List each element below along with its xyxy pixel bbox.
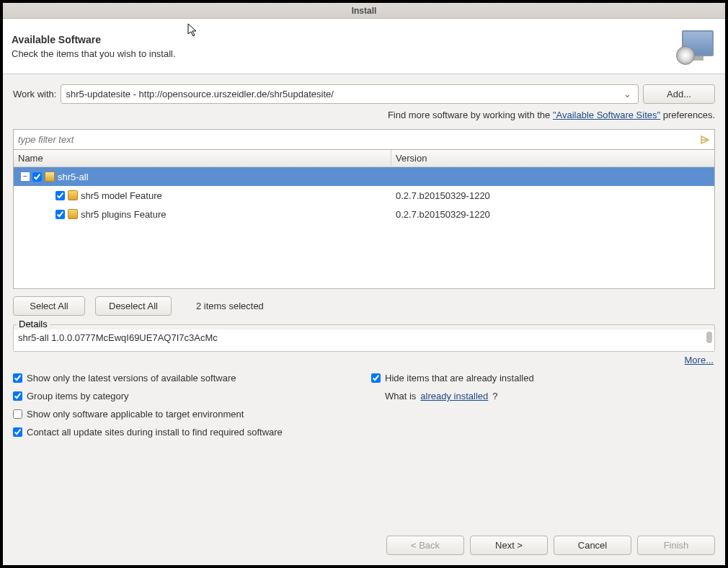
details-group: Details shr5-all 1.0.0.0777McEwqI69UE7AQ… [13, 324, 715, 352]
install-banner-icon [676, 26, 716, 66]
whatis-prefix: What is [385, 391, 416, 401]
tree-item-version: 0.2.7.b20150329-1220 [391, 190, 714, 201]
opt-latest-label: Show only the latest versions of availab… [27, 373, 236, 383]
feature-icon [68, 190, 78, 200]
tree-checkbox[interactable] [56, 210, 65, 219]
collapse-icon[interactable]: − [21, 172, 30, 181]
software-tree[interactable]: Name Version −shr5-allshr5 model Feature… [13, 149, 715, 289]
opt-hide[interactable]: Hide items that are already installed [371, 373, 715, 383]
tree-checkbox[interactable] [32, 172, 42, 182]
tree-checkbox[interactable] [56, 191, 65, 200]
add-button[interactable]: Add... [643, 84, 715, 104]
checkbox-target[interactable] [13, 409, 22, 419]
workwith-combo[interactable]: shr5-updatesite - http://opensource.ursz… [61, 84, 639, 104]
findmore-prefix: Find more software by working with the [388, 110, 553, 120]
window-title: Install [3, 3, 725, 19]
opt-group-label: Group items by category [27, 391, 129, 401]
filter-field[interactable] [13, 129, 715, 149]
more-link[interactable]: More... [685, 355, 714, 365]
checkbox-group[interactable] [13, 391, 22, 401]
opt-hide-label: Hide items that are already installed [385, 373, 534, 383]
clear-icon[interactable] [700, 135, 710, 145]
page-title: Available Software [12, 34, 176, 45]
opt-contact-label: Contact all update sites during install … [27, 427, 283, 438]
scrollbar-thumb[interactable] [706, 332, 712, 343]
checkbox-latest[interactable] [13, 373, 22, 383]
findmore-suffix: preferences. [660, 110, 715, 120]
back-button: < Back [386, 536, 464, 555]
whatis-text: What is already installed? [371, 391, 715, 401]
col-name[interactable]: Name [14, 150, 391, 167]
opt-contact[interactable]: Contact all update sites during install … [13, 427, 715, 438]
deselect-all-button[interactable]: Deselect All [95, 296, 172, 316]
page-subtitle: Check the items that you wish to install… [12, 48, 176, 59]
col-version[interactable]: Version [391, 150, 714, 167]
select-all-button[interactable]: Select All [13, 296, 85, 316]
workwith-label: Work with: [13, 89, 56, 99]
filter-input[interactable] [18, 134, 700, 145]
tree-row[interactable]: shr5 plugins Feature0.2.7.b20150329-1220 [14, 205, 714, 223]
category-icon [45, 172, 55, 182]
checkbox-hide[interactable] [371, 373, 381, 383]
tree-item-name: shr5-all [58, 172, 89, 182]
workwith-value: shr5-updatesite - http://opensource.ursz… [66, 89, 621, 99]
opt-target[interactable]: Show only software applicable to target … [13, 409, 357, 420]
opt-latest[interactable]: Show only the latest versions of availab… [13, 373, 357, 383]
cancel-button[interactable]: Cancel [554, 536, 631, 555]
tree-row[interactable]: shr5 model Feature0.2.7.b20150329-1220 [14, 186, 714, 205]
details-value: shr5-all 1.0.0.0777McEwqI69UE7AQ7I7c3AcM… [18, 332, 218, 343]
next-button[interactable]: Next > [470, 536, 548, 555]
tree-item-name: shr5 model Feature [81, 190, 162, 201]
wizard-header: Available Software Check the items that … [3, 19, 725, 74]
already-installed-link[interactable]: already installed [420, 391, 488, 401]
findmore-text: Find more software by working with the "… [13, 110, 715, 120]
tree-row[interactable]: −shr5-all [14, 167, 714, 186]
whatis-suffix: ? [492, 391, 497, 401]
items-selected-label: 2 items selected [182, 301, 264, 311]
feature-icon [68, 209, 78, 219]
available-sites-link[interactable]: "Available Software Sites" [553, 110, 660, 120]
tree-header: Name Version [14, 150, 714, 167]
finish-button: Finish [637, 536, 715, 555]
opt-group[interactable]: Group items by category [13, 391, 357, 401]
tree-item-version: 0.2.7.b20150329-1220 [391, 209, 714, 220]
details-text[interactable]: shr5-all 1.0.0.0777McEwqI69UE7AQ7I7c3AcM… [14, 329, 714, 351]
tree-item-name: shr5 plugins Feature [81, 209, 167, 220]
chevron-down-icon[interactable]: ⌄ [621, 89, 634, 99]
opt-target-label: Show only software applicable to target … [27, 409, 244, 420]
details-label: Details [17, 319, 50, 329]
checkbox-contact[interactable] [13, 427, 22, 437]
